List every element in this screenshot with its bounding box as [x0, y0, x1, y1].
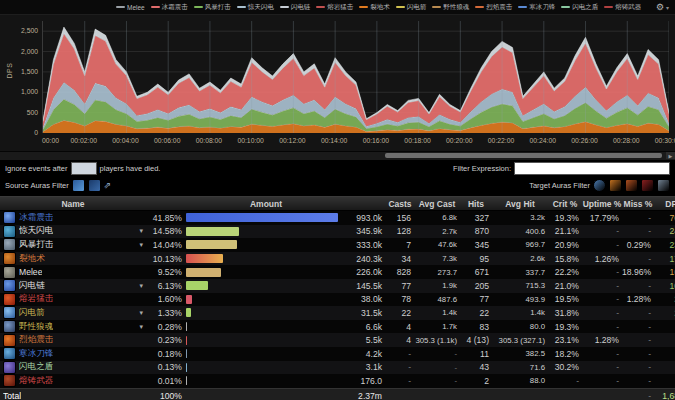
x-tick-label: 00:26:00 [571, 137, 597, 144]
column-header-Name[interactable]: Name [0, 199, 146, 209]
table-row[interactable]: Melee9.52%226.0k828273.7671337.722.2%-18… [0, 265, 675, 279]
ignore-deaths-input[interactable] [71, 162, 97, 175]
target-aura-icon[interactable] [641, 179, 654, 192]
table-row[interactable]: 熔铸武器0.01%176.0--288.0---0.1+ [0, 374, 675, 388]
legend-swatch [604, 6, 613, 8]
scrollbar-thumb[interactable] [385, 153, 662, 158]
chart-settings-button[interactable]: ⚙ ▾ [656, 0, 669, 14]
table-row[interactable]: 野性狼魂▾0.28%6.6k41.7k8380.019.3%--4.7+ [0, 320, 675, 334]
target-aura-icon[interactable] [609, 179, 622, 192]
dps-cell: 103.1 [654, 281, 675, 291]
table-row[interactable]: 闪电链▾6.13%145.5k771.9k205715.321.0%--103.… [0, 279, 675, 293]
ability-name: 熔岩猛击 [19, 293, 53, 305]
uptime-pct-cell: - [582, 362, 622, 372]
uptime-pct-cell: - [582, 294, 622, 304]
ability-name: Melee [19, 267, 42, 277]
x-tick-label: 00:12:00 [279, 137, 305, 144]
amount-cell: 14.04%333.0k [146, 240, 386, 250]
amount-bar [186, 336, 187, 345]
crit-pct-cell: 15.8% [548, 254, 582, 264]
column-header-Miss %[interactable]: Miss % [622, 199, 654, 209]
column-header-Hits[interactable]: Hits [460, 199, 492, 209]
dps-cell: 3.9 [654, 335, 675, 345]
target-aura-icon[interactable] [625, 179, 638, 192]
column-header-Crit %[interactable]: Crit % [548, 199, 582, 209]
stacked-area-plot[interactable] [42, 21, 669, 133]
table-row[interactable]: 闪电之盾0.13%3.1k--4371.630.2%--2.2+ [0, 361, 675, 375]
ability-name-cell: 闪电箭▾ [0, 306, 146, 319]
legend-item[interactable]: 风暴打击 [194, 3, 231, 12]
swap-arrow-icon[interactable]: ⇗ [104, 181, 112, 190]
table-header: NameAmountCastsAvg CastHitsAvg HitCrit %… [0, 196, 675, 211]
legend-item[interactable]: 烈焰震击 [475, 3, 512, 12]
amount-bar-track [186, 240, 338, 249]
amount-value: 31.5k [338, 308, 386, 318]
target-aura-icon[interactable] [657, 179, 670, 192]
hits-cell: 4 (13) [460, 335, 492, 345]
legend-item-label: 熔岩猛击 [327, 3, 353, 12]
legend-item[interactable]: 野性狼魂 [432, 3, 469, 12]
amount-percent: 0.18% [146, 349, 186, 359]
avg-cast-cell: 7.3k [414, 254, 460, 263]
filter-expression-input[interactable] [514, 162, 670, 175]
miss-pct-cell: - [622, 213, 654, 223]
chart-canvas[interactable] [43, 21, 669, 133]
table-row[interactable]: 烈焰震击0.23%5.5k4305.3 (1.1k)4 (13)305.3 (3… [0, 333, 675, 347]
crit-pct-cell: 19.5% [548, 294, 582, 304]
table-row[interactable]: 熔岩猛击1.60%38.0k78487.677493.919.5%-1.28%2… [0, 293, 675, 307]
ability-icon [3, 252, 16, 265]
table-row[interactable]: 裂地术10.13%240.3k347.3k952.6k15.8%1.26%-17… [0, 252, 675, 266]
total-row[interactable]: Total100%2.37m-1,681.9+ [0, 388, 675, 400]
legend-item[interactable]: 闪电箭 [396, 3, 427, 12]
amount-percent: 0.28% [146, 322, 186, 332]
table-row[interactable]: 风暴打击▾14.04%333.0k747.6k345969.720.9%-0.2… [0, 238, 675, 252]
legend-item[interactable]: 闪电之盾 [561, 3, 598, 12]
column-header-Casts[interactable]: Casts [386, 199, 414, 209]
crit-pct-cell: 19.3% [548, 213, 582, 223]
legend-item[interactable]: 熔岩猛击 [316, 3, 353, 12]
uptime-pct-cell: - [582, 376, 622, 386]
column-header-Uptime %[interactable]: Uptime % [582, 199, 622, 209]
table-row[interactable]: 冰霜震击41.85%993.0k1566.8k3273.2k19.3%17.79… [0, 211, 675, 225]
amount-bar-track [186, 322, 338, 331]
amount-cell: 10.13%240.3k [146, 254, 386, 264]
ability-name: 闪电链 [19, 280, 45, 292]
legend-item[interactable]: 冰霜震击 [151, 3, 188, 12]
amount-percent: 14.58% [146, 226, 186, 236]
column-header-Avg Cast[interactable]: Avg Cast [414, 199, 460, 209]
source-aura-icon[interactable] [88, 179, 101, 192]
casts-cell: 4 [386, 335, 414, 345]
table-row[interactable]: 惊天闪电▾14.58%345.9k1282.7k870400.621.1%--2… [0, 225, 675, 239]
x-axis-ticks: 00:0000:02:0000:04:0000:06:0000:08:0000:… [42, 137, 668, 149]
crit-pct-cell: 23.1% [548, 335, 582, 345]
legend-item[interactable]: Melee [116, 4, 145, 11]
legend-item-label: 闪电箭 [407, 3, 427, 12]
chart-scrollbar[interactable]: ▶ [0, 151, 675, 160]
amount-cell: 1.33%31.5k [146, 308, 386, 318]
target-aura-icon[interactable] [593, 179, 606, 192]
column-header-DPS[interactable]: DPS [654, 199, 675, 209]
dps-cell: 703.9 [654, 213, 675, 223]
scroll-right-button[interactable]: ▶ [666, 152, 675, 159]
crit-pct-cell: 22.2% [548, 267, 582, 277]
source-aura-icon[interactable] [72, 179, 85, 192]
hits-cell: 671 [460, 267, 492, 277]
amount-percent: 9.52% [146, 267, 186, 277]
legend-item[interactable]: 裂地术 [359, 3, 390, 12]
column-header-Avg Hit[interactable]: Avg Hit [492, 199, 548, 209]
column-header-Amount[interactable]: Amount [146, 199, 386, 209]
ability-icon [3, 225, 16, 238]
uptime-pct-cell: 1.28% [582, 335, 622, 345]
table-row[interactable]: 闪电箭▾1.33%31.5k221.4k221.4k31.8%--22.3+ [0, 306, 675, 320]
x-tick-label: 00:14:00 [321, 137, 347, 144]
casts-cell: - [386, 349, 414, 359]
legend-item[interactable]: 寒冰刀锋 [518, 3, 555, 12]
ability-name-cell: 冰霜震击 [0, 211, 146, 224]
ability-name-cell: 闪电之盾 [0, 361, 146, 374]
legend-item[interactable]: 闪电链 [280, 3, 311, 12]
legend-item[interactable]: 熔铸武器 [604, 3, 641, 12]
table-row[interactable]: 寒冰刀锋0.18%4.2k--11382.518.2%--3.0+ [0, 347, 675, 361]
amount-bar-track [186, 363, 338, 372]
miss-pct-cell: - [622, 254, 654, 264]
legend-item[interactable]: 惊天闪电 [237, 3, 274, 12]
